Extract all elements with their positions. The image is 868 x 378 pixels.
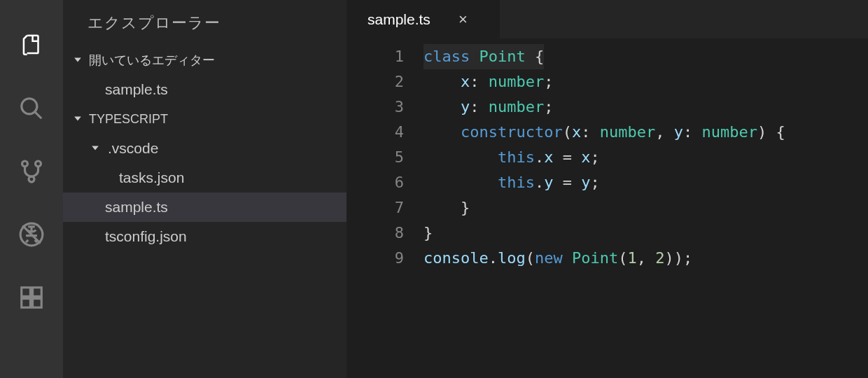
file-label: tasks.json — [119, 169, 184, 186]
code-line: x: number; — [424, 69, 868, 94]
file-label: sample.ts — [105, 81, 168, 98]
debug-icon[interactable] — [0, 203, 63, 266]
code-line: class Point { — [424, 44, 868, 69]
source-control-icon[interactable] — [0, 140, 63, 203]
chevron-down-icon — [74, 56, 82, 64]
folder-label: .vscode — [108, 140, 158, 157]
tab-label: sample.ts — [368, 11, 430, 28]
search-icon[interactable] — [0, 77, 63, 140]
open-editors-label: 開いているエディター — [89, 52, 215, 69]
line-number: 7 — [346, 195, 404, 220]
svg-rect-7 — [22, 288, 31, 297]
code-line: } — [424, 195, 868, 220]
explorer-icon[interactable] — [0, 14, 63, 77]
editor-area: sample.ts × 1 2 3 4 5 6 7 8 9 class Poin… — [346, 0, 868, 378]
line-number: 1 — [346, 44, 404, 69]
svg-point-2 — [22, 161, 28, 167]
code-line: y: number; — [424, 94, 868, 120]
code-lines: class Point { x: number; y: number; cons… — [424, 44, 868, 378]
code-line: constructor(x: number, y: number) { — [424, 120, 868, 145]
file-item-tsconfig[interactable]: tsconfig.json — [63, 222, 346, 251]
line-number: 4 — [346, 120, 404, 145]
sidebar-title: エクスプローラー — [63, 0, 346, 46]
code-line: this.x = x; — [424, 145, 868, 170]
tab-bar: sample.ts × — [346, 0, 868, 38]
chevron-down-icon — [74, 115, 82, 123]
activity-bar — [0, 0, 63, 378]
folder-item-vscode[interactable]: .vscode — [63, 134, 346, 163]
chevron-down-icon — [91, 144, 99, 153]
explorer-sidebar: エクスプローラー 開いているエディター sample.ts TYPESCRIPT… — [63, 0, 346, 378]
close-icon[interactable]: × — [458, 10, 468, 29]
svg-point-3 — [36, 161, 41, 167]
code-line: this.y = y; — [424, 170, 868, 195]
file-label: sample.ts — [105, 199, 168, 216]
tab-sample[interactable]: sample.ts × — [346, 0, 500, 38]
open-editor-item[interactable]: sample.ts — [63, 75, 346, 104]
svg-line-1 — [35, 112, 42, 119]
file-label: tsconfig.json — [105, 228, 187, 245]
workspace-header[interactable]: TYPESCRIPT — [63, 104, 346, 134]
file-item-sample[interactable]: sample.ts — [63, 192, 346, 222]
open-editors-header[interactable]: 開いているエディター — [63, 46, 346, 75]
code-line: console.log(new Point(1, 2)); — [424, 246, 868, 271]
line-number: 8 — [346, 220, 404, 246]
svg-rect-9 — [22, 299, 31, 308]
line-number: 3 — [346, 94, 404, 120]
line-number-gutter: 1 2 3 4 5 6 7 8 9 — [346, 44, 424, 378]
svg-point-0 — [22, 99, 37, 114]
line-number: 9 — [346, 246, 404, 271]
workspace-label: TYPESCRIPT — [89, 112, 168, 127]
svg-rect-10 — [33, 299, 42, 308]
code-line: } — [424, 220, 868, 246]
line-number: 2 — [346, 69, 404, 94]
line-number: 6 — [346, 170, 404, 195]
svg-rect-8 — [33, 288, 42, 297]
code-editor[interactable]: 1 2 3 4 5 6 7 8 9 class Point { x: numbe… — [346, 38, 868, 378]
file-item-tasks[interactable]: tasks.json — [63, 163, 346, 192]
extensions-icon[interactable] — [0, 266, 63, 329]
line-number: 5 — [346, 145, 404, 170]
